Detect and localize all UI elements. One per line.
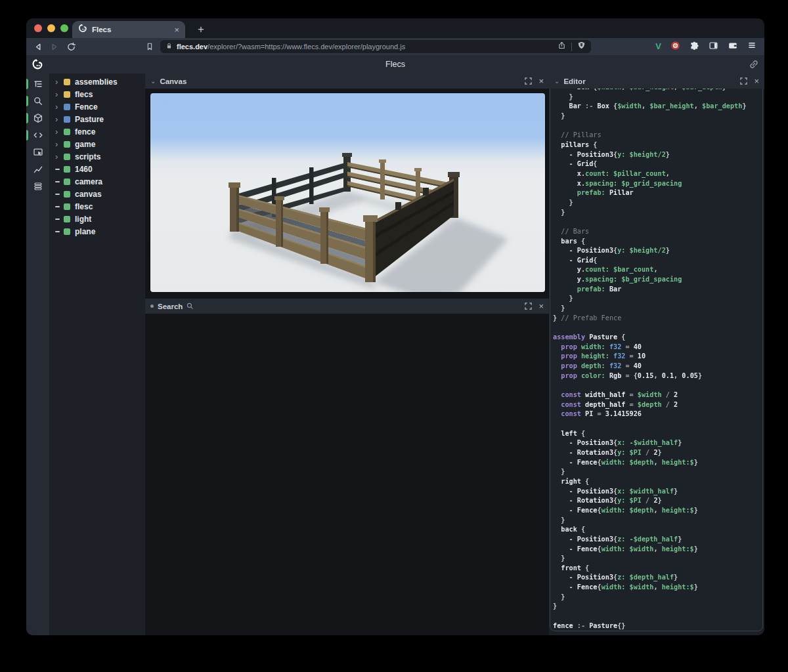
close-panel-icon[interactable]: × [754, 77, 759, 85]
reload-button[interactable] [66, 41, 76, 52]
code-line: - Position3{y: $height/2} [553, 246, 758, 256]
tree-item-assemblies[interactable]: ›assemblies [49, 75, 145, 88]
tree-item-label: camera [75, 177, 102, 186]
code-line: x.count: $pillar_count, [553, 169, 758, 179]
tree-item-canvas[interactable]: canvas [49, 188, 145, 200]
entity-color-square [64, 116, 70, 123]
collapse-chevron-icon[interactable]: ⌄ [150, 79, 156, 84]
extensions-puzzle-icon[interactable] [690, 41, 699, 53]
tree-item-label: fence [75, 127, 95, 136]
expand-arrow-icon[interactable]: › [55, 116, 64, 123]
wallet-icon[interactable] [728, 41, 738, 53]
expand-arrow-icon[interactable]: › [55, 129, 64, 135]
red-extension-icon[interactable] [670, 41, 680, 53]
editor-panel-content: - Box {$width, $bar_height, $bar_depth} … [549, 89, 764, 635]
tree-item-flecs[interactable]: ›flecs [49, 88, 145, 100]
tree-item-Pasture[interactable]: ›Pasture [49, 113, 145, 125]
code-line: - Fence{width: $depth, height:$} [553, 458, 758, 468]
code-line: left { [553, 429, 758, 439]
tree-item-fence[interactable]: ›fence [49, 125, 145, 138]
collapse-chevron-icon[interactable]: ⌄ [554, 79, 559, 84]
tree-item-camera[interactable]: camera [49, 175, 145, 188]
inspector-icon[interactable] [26, 144, 49, 161]
query-search-icon[interactable] [26, 93, 49, 110]
lock-icon [165, 41, 173, 52]
entity-tree-icon[interactable] [26, 75, 49, 93]
scene-cube-icon[interactable] [26, 110, 49, 127]
code-line [553, 419, 758, 429]
tree-item-label: assemblies [75, 77, 118, 87]
close-window-button[interactable] [34, 24, 42, 32]
code-line: - Position3{y: $height/2} [553, 150, 758, 160]
expand-arrow-icon[interactable]: › [55, 91, 64, 98]
code-editor[interactable]: - Box {$width, $bar_height, $bar_depth} … [550, 89, 763, 631]
expand-arrow-icon[interactable]: › [55, 104, 64, 110]
browser-tab-flecs[interactable]: Flecs × [72, 21, 185, 38]
sidebar-toggle-icon[interactable] [709, 41, 718, 53]
new-tab-button[interactable]: + [193, 22, 209, 37]
tree-item-plane[interactable]: plane [49, 225, 145, 238]
code-line: } [553, 593, 758, 602]
code-line: - Fence{width: $width, height:$} [553, 545, 758, 555]
canvas-panel-content [145, 89, 549, 299]
share-icon[interactable] [558, 41, 566, 52]
vue-devtools-icon[interactable]: V [655, 41, 661, 52]
tree-item-game[interactable]: ›game [49, 138, 145, 150]
code-line: } [553, 554, 758, 564]
url-bar[interactable]: flecs.dev/explorer/?wasm=https://www.fle… [160, 40, 591, 53]
menu-icon[interactable] [747, 41, 756, 52]
entity-tree-list: ›assemblies›flecs›Fence›Pasture›fence›ga… [49, 74, 145, 635]
app-header: Flecs [26, 55, 764, 74]
expand-panel-icon[interactable] [525, 75, 532, 87]
code-line: - Position3{z: $depth_half} [553, 573, 758, 583]
zoom-window-button[interactable] [60, 24, 68, 32]
panel-dot-icon[interactable] [150, 304, 154, 308]
forward-button[interactable] [49, 41, 59, 52]
back-button[interactable] [33, 41, 43, 52]
entity-color-square [64, 104, 70, 110]
browser-toolbar: flecs.dev/explorer/?wasm=https://www.fle… [26, 38, 764, 55]
tree-item-1460[interactable]: 1460 [49, 163, 145, 175]
tree-item-label: Pasture [75, 115, 104, 124]
expand-panel-icon[interactable] [525, 301, 532, 312]
brave-shield-icon[interactable] [577, 41, 586, 52]
bookmark-icon[interactable] [144, 41, 155, 52]
editor-panel-header: ⌄ Editor × [549, 74, 764, 89]
tree-item-scripts[interactable]: ›scripts [49, 150, 145, 163]
3d-viewport[interactable] [150, 93, 546, 293]
code-line: } [553, 304, 758, 314]
stats-chart-icon[interactable] [26, 161, 49, 178]
tree-item-label: 1460 [75, 165, 93, 174]
code-line: } [553, 516, 758, 526]
tree-item-light[interactable]: light [49, 213, 145, 225]
leaf-dash-icon [55, 219, 64, 220]
close-panel-icon[interactable]: × [538, 77, 544, 85]
editor-panel-title: Editor [563, 77, 585, 85]
code-line: - Fence{width: $depth, height:$} [553, 506, 758, 516]
expand-arrow-icon[interactable]: › [55, 79, 64, 85]
share-link-icon[interactable] [749, 59, 759, 72]
tree-item-flesc[interactable]: flesc [49, 200, 145, 213]
expand-arrow-icon[interactable]: › [55, 141, 64, 148]
search-panel-title: Search [158, 303, 183, 310]
script-code-icon[interactable] [26, 127, 49, 144]
data-stack-icon[interactable] [26, 178, 49, 195]
page-title: Flecs [26, 60, 764, 69]
code-line: } [553, 602, 758, 612]
code-line: } [553, 294, 758, 304]
code-line: - Rotation3{y: $PI / 2} [553, 496, 758, 506]
code-line: // Bars [553, 227, 758, 237]
close-panel-icon[interactable]: × [538, 302, 544, 310]
tree-item-Fence[interactable]: ›Fence [49, 100, 145, 113]
code-line: } // Prefab Fence [553, 314, 758, 324]
tab-title: Flecs [92, 26, 169, 33]
code-line [553, 323, 758, 333]
tab-close-icon[interactable]: × [174, 26, 179, 34]
tree-item-label: Fence [75, 102, 98, 112]
code-line: - Rotation3{y: $PI / 2} [553, 448, 758, 458]
code-line: const PI = 3.1415926 [553, 410, 758, 419]
minimize-window-button[interactable] [47, 24, 55, 32]
expand-arrow-icon[interactable]: › [55, 154, 64, 160]
expand-panel-icon[interactable] [740, 75, 747, 87]
code-line: } [553, 93, 758, 102]
